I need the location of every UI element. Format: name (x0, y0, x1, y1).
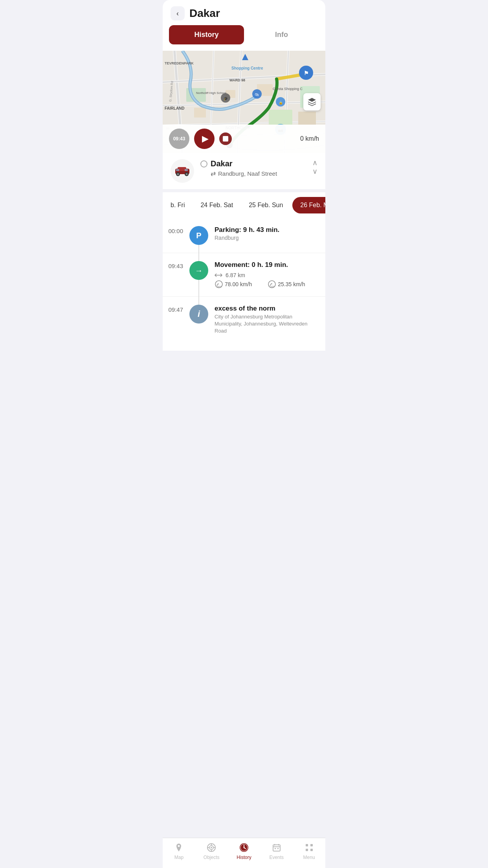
svg-rect-16 (269, 110, 292, 125)
info-icon: i (189, 305, 208, 324)
event-content-1: Movement: 0 h. 19 min. 6.87 km MAX 78.00… (215, 261, 317, 289)
avg-speed-stat: AVR 25.35 km/h (268, 280, 305, 289)
event-title-1: Movement: 0 h. 19 min. (215, 261, 317, 269)
event-subtitle-0: Randburg (215, 235, 317, 241)
max-speed-stat: MAX 78.00 km/h (215, 280, 252, 289)
stop-icon (223, 136, 228, 142)
map-layers-button[interactable] (303, 93, 321, 110)
svg-text:FAIRLAND: FAIRLAND (165, 106, 185, 110)
event-movement: 09:43 → Movement: 0 h. 19 min. 6.87 km (163, 253, 325, 297)
event-content-2: excess of the norm City of Johannesburg … (215, 305, 317, 335)
max-speed-value: 78.00 km/h (225, 281, 252, 287)
map-view[interactable]: ⚑ 🛍 🎓 🔒 📷 TEVREDENPARK Shopping Centre W… (163, 51, 325, 153)
timeline: 00:00 P Parking: 9 h. 43 min. Randburg 0… (163, 218, 325, 351)
speed-display: 0 km/h (300, 135, 319, 142)
speed-stats: MAX 78.00 km/h AVR 25.35 km/h (215, 280, 317, 289)
parking-icon: P (189, 226, 208, 245)
svg-point-47 (177, 173, 179, 175)
time-circle: 09:43 (169, 129, 189, 149)
svg-text:Cresta Shopping C: Cresta Shopping C (273, 87, 303, 91)
movement-icon: → (189, 261, 208, 280)
vehicle-location: ⇄ Randburg, Naaf Street (211, 170, 306, 177)
vehicle-status-dot (200, 160, 207, 167)
location-arrows-icon: ⇄ (211, 170, 216, 177)
info-letter: i (198, 309, 200, 319)
play-button[interactable]: ▶ (194, 129, 215, 149)
vehicle-info: Dakar ⇄ Randburg, Naaf Street (200, 159, 306, 177)
svg-text:TEVREDENPARK: TEVREDENPARK (165, 61, 194, 65)
speedometer-max-icon: MAX (215, 280, 223, 289)
movement-arrow-icon: → (195, 266, 203, 275)
svg-text:WARD 98: WARD 98 (229, 78, 245, 82)
event-time-2: 09:47 (163, 305, 183, 313)
svg-rect-50 (176, 169, 179, 171)
event-title-2: excess of the norm (215, 305, 317, 313)
svg-rect-51 (185, 169, 188, 171)
date-tab-0[interactable]: b. Fri (163, 197, 193, 213)
event-content-0: Parking: 9 h. 43 min. Randburg (215, 226, 317, 241)
avg-speed-value: 25.35 km/h (278, 281, 305, 287)
expand-collapse[interactable]: ∧ ∨ (312, 159, 317, 175)
chevron-up-icon: ∧ (312, 159, 317, 166)
date-tab-1[interactable]: 24 Feb. Sat (193, 197, 241, 213)
vehicle-name-row: Dakar (200, 159, 306, 168)
page-title: Dakar (189, 7, 220, 20)
distance-icon (215, 272, 222, 278)
play-icon: ▶ (202, 134, 209, 144)
back-button[interactable]: ‹ (171, 6, 185, 20)
svg-text:🛍: 🛍 (255, 92, 259, 97)
event-excess: 09:47 i excess of the norm City of Johan… (163, 297, 325, 343)
date-tab-3[interactable]: 26 Feb. Mon (292, 197, 325, 213)
stop-button[interactable] (219, 132, 232, 145)
tab-history[interactable]: History (169, 25, 244, 44)
svg-text:🔒: 🔒 (279, 100, 283, 105)
event-time-0: 00:00 (163, 226, 183, 234)
layers-icon (307, 97, 317, 107)
header: ‹ Dakar (163, 0, 325, 25)
svg-rect-18 (194, 108, 206, 118)
event-parking: 00:00 P Parking: 9 h. 43 min. Randburg (163, 218, 325, 253)
svg-text:AVR: AVR (270, 285, 274, 288)
svg-point-49 (186, 173, 188, 175)
svg-text:Shopping Centre: Shopping Centre (231, 66, 263, 70)
event-time-1: 09:43 (163, 261, 183, 269)
vehicle-section: Dakar ⇄ Randburg, Naaf Street ∧ ∨ (163, 153, 325, 189)
svg-text:🎓: 🎓 (224, 96, 228, 101)
vehicle-icon-wrap (171, 159, 194, 183)
vehicle-name: Dakar (211, 159, 233, 168)
playback-time: 09:43 (173, 136, 185, 142)
movement-distance: 6.87 km (215, 272, 317, 278)
tab-info[interactable]: Info (244, 25, 319, 44)
svg-text:⚑: ⚑ (304, 70, 309, 76)
location-text: Randburg, Naaf Street (218, 170, 277, 177)
date-tab-2[interactable]: 25 Feb. Sun (241, 197, 291, 213)
parking-letter: P (196, 231, 201, 240)
event-subtitle-2: City of Johannesburg Metropolitan Munici… (215, 313, 317, 335)
chevron-down-icon: ∨ (312, 168, 317, 175)
svg-rect-21 (298, 112, 316, 125)
event-title-0: Parking: 9 h. 43 min. (215, 226, 317, 234)
svg-text:Northcliff High School: Northcliff High School (196, 91, 226, 95)
date-tab-bar: b. Fri 24 Feb. Sat 25 Feb. Sun 26 Feb. M… (163, 192, 325, 218)
tab-bar: History Info (163, 25, 325, 51)
playback-bar: 09:43 ▶ 0 km/h (163, 125, 325, 153)
vehicle-icon (174, 166, 191, 177)
svg-text:MAX: MAX (217, 285, 222, 288)
distance-value: 6.87 km (226, 272, 245, 278)
speedometer-avg-icon: AVR (268, 280, 276, 289)
